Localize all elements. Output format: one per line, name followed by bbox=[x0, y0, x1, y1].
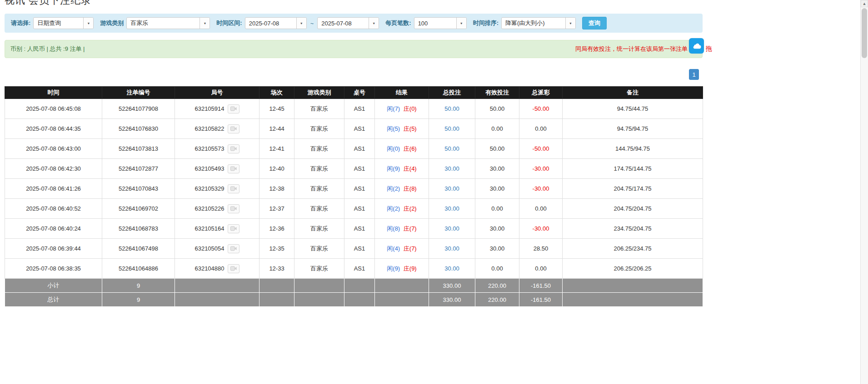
cell-valid-bet: 0.00 bbox=[475, 119, 519, 139]
cell-bet-id: 522641072877 bbox=[102, 159, 175, 179]
cell-session: 12-41 bbox=[259, 139, 294, 159]
total-bet-link[interactable]: 30.00 bbox=[444, 165, 459, 172]
total-valid-bet: 220.00 bbox=[475, 293, 519, 307]
cell-note: 206.25/234.75 bbox=[563, 239, 703, 259]
table-row: 2025-07-08 06:41:26 522641070843 6321053… bbox=[5, 179, 703, 199]
total-label: 总计 bbox=[5, 293, 102, 307]
cell-round: 632105054 bbox=[175, 239, 259, 259]
total-bet-link[interactable]: 50.00 bbox=[444, 105, 459, 112]
cell-game: 百家乐 bbox=[294, 99, 344, 119]
table-footer: 小计 9 330.00 220.00 -161.50 总计 9 330.00 2… bbox=[5, 279, 703, 307]
date-type-select[interactable]: 日期查询 ▼ bbox=[33, 17, 94, 29]
video-replay-button[interactable] bbox=[228, 244, 239, 253]
cell-valid-bet: 30.00 bbox=[475, 239, 519, 259]
cell-valid-bet: 50.00 bbox=[475, 139, 519, 159]
round-number: 632105914 bbox=[195, 105, 224, 112]
video-replay-button[interactable] bbox=[228, 204, 239, 213]
total-bet-link[interactable]: 30.00 bbox=[444, 225, 459, 232]
total-bet-link[interactable]: 30.00 bbox=[444, 185, 459, 192]
video-replay-button[interactable] bbox=[228, 224, 239, 233]
cell-round: 632104880 bbox=[175, 259, 259, 279]
vertical-scrollbar[interactable]: ▲ bbox=[860, 0, 868, 384]
page: 视讯 会员下注纪录 请选择: 日期查询 ▼ 游戏类别 百家乐 ▼ 时间区间: 2… bbox=[0, 0, 868, 384]
cell-result: 闲(8) 庄(7) bbox=[375, 219, 429, 239]
video-replay-button[interactable] bbox=[228, 264, 239, 273]
cell-game: 百家乐 bbox=[294, 219, 344, 239]
cell-round: 632105226 bbox=[175, 199, 259, 219]
game-type-select[interactable]: 百家乐 ▼ bbox=[126, 17, 210, 29]
subtotal-count: 9 bbox=[102, 279, 175, 293]
cell-table: AS1 bbox=[344, 259, 375, 279]
cell-valid-bet: 30.00 bbox=[475, 179, 519, 199]
cell-total-bet: 30.00 bbox=[429, 259, 475, 279]
cell-total-bet: 30.00 bbox=[429, 199, 475, 219]
cell-note: 174.75/144.75 bbox=[563, 159, 703, 179]
date-to-value: 2025-07-08 bbox=[318, 20, 369, 27]
cell-bet-id: 522641077908 bbox=[102, 99, 175, 119]
video-replay-button[interactable] bbox=[228, 124, 239, 133]
per-page-select[interactable]: 100 ▼ bbox=[414, 17, 467, 29]
cell-time: 2025-07-08 06:43:00 bbox=[5, 139, 102, 159]
search-button[interactable]: 查询 bbox=[582, 17, 607, 30]
cell-table: AS1 bbox=[344, 139, 375, 159]
cell-session: 12-36 bbox=[259, 219, 294, 239]
result-player: 闲(2) bbox=[387, 185, 400, 192]
chevron-down-icon: ▼ bbox=[565, 18, 575, 29]
cell-round: 632105164 bbox=[175, 219, 259, 239]
video-replay-button[interactable] bbox=[228, 184, 239, 193]
table-row: 2025-07-08 06:42:30 522641072877 6321054… bbox=[5, 159, 703, 179]
cell-valid-bet: 0.00 bbox=[475, 259, 519, 279]
cell-session: 12-38 bbox=[259, 179, 294, 199]
scroll-up-arrow-icon[interactable]: ▲ bbox=[861, 0, 868, 7]
cell-table: AS1 bbox=[344, 179, 375, 199]
result-player: 闲(9) bbox=[387, 165, 400, 172]
cell-game: 百家乐 bbox=[294, 139, 344, 159]
round-number: 632105054 bbox=[195, 245, 224, 252]
cell-game: 百家乐 bbox=[294, 179, 344, 199]
video-replay-button[interactable] bbox=[228, 164, 239, 173]
cell-time: 2025-07-08 06:39:44 bbox=[5, 239, 102, 259]
date-from-select[interactable]: 2025-07-08 ▼ bbox=[245, 17, 307, 29]
round-number: 632105573 bbox=[195, 145, 224, 152]
info-bar: 币别 : 人民币 | 总共 :9 注单 | 同局有效投注，统一计算在该局第一张注… bbox=[5, 40, 703, 58]
cell-bet-id: 522641076830 bbox=[102, 119, 175, 139]
floating-service-widget[interactable] bbox=[689, 38, 704, 54]
cell-note: 94.75/94.75 bbox=[563, 119, 703, 139]
cell-session: 12-33 bbox=[259, 259, 294, 279]
subtotal-payout: -161.50 bbox=[519, 279, 563, 293]
table-row: 2025-07-08 06:40:24 522641068783 6321051… bbox=[5, 219, 703, 239]
total-bet-link[interactable]: 30.00 bbox=[444, 245, 459, 252]
total-bet-link[interactable]: 30.00 bbox=[444, 265, 459, 272]
cell-game: 百家乐 bbox=[294, 119, 344, 139]
total-bet-link[interactable]: 50.00 bbox=[444, 145, 459, 152]
video-replay-button[interactable] bbox=[228, 144, 239, 153]
game-type-value: 百家乐 bbox=[127, 19, 200, 27]
table-row: 2025-07-08 06:44:35 522641076830 6321058… bbox=[5, 119, 703, 139]
cell-bet-id: 522641068783 bbox=[102, 219, 175, 239]
cell-session: 12-35 bbox=[259, 239, 294, 259]
cell-bet-id: 522641067498 bbox=[102, 239, 175, 259]
cell-time: 2025-07-08 06:41:26 bbox=[5, 179, 102, 199]
cell-table: AS1 bbox=[344, 99, 375, 119]
round-number: 632105226 bbox=[195, 205, 224, 212]
header-table: 桌号 bbox=[344, 87, 375, 99]
chevron-down-icon: ▼ bbox=[369, 18, 379, 29]
date-to-select[interactable]: 2025-07-08 ▼ bbox=[317, 17, 379, 29]
page-button-1[interactable]: 1 bbox=[689, 69, 699, 80]
cell-session: 12-37 bbox=[259, 199, 294, 219]
time-range-label: 时间区间: bbox=[216, 19, 242, 27]
cell-time: 2025-07-08 06:40:24 bbox=[5, 219, 102, 239]
header-note: 备注 bbox=[563, 87, 703, 99]
cell-round: 632105573 bbox=[175, 139, 259, 159]
header-valid-bet: 有效投注 bbox=[475, 87, 519, 99]
sort-select[interactable]: 降冪(由大到小) ▼ bbox=[501, 17, 576, 29]
total-bet-link[interactable]: 30.00 bbox=[444, 205, 459, 212]
page-title: 视讯 会员下注纪录 bbox=[5, 0, 91, 7]
video-replay-button[interactable] bbox=[228, 104, 239, 113]
header-bet-id: 注单编号 bbox=[102, 87, 175, 99]
cell-round: 632105329 bbox=[175, 179, 259, 199]
total-bet-link[interactable]: 50.00 bbox=[444, 125, 459, 132]
subtotal-total-bet: 330.00 bbox=[429, 279, 475, 293]
scrollbar-thumb[interactable] bbox=[862, 8, 867, 58]
table-body: 2025-07-08 06:45:08 522641077908 6321059… bbox=[5, 99, 703, 279]
